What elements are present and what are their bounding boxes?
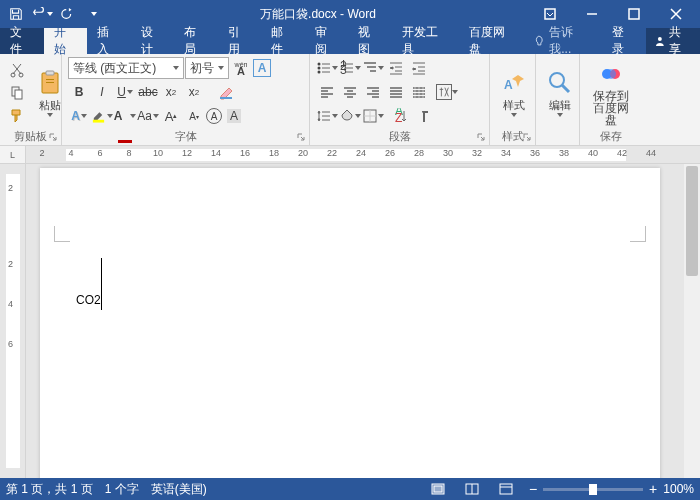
enclose-char-icon[interactable]: A — [206, 108, 222, 124]
ruler-corner[interactable]: L — [0, 146, 26, 163]
borders-icon[interactable] — [362, 105, 384, 127]
paragraph-launcher-icon[interactable] — [475, 131, 487, 143]
tab-review[interactable]: 审阅 — [305, 28, 349, 54]
status-language[interactable]: 英语(美国) — [151, 481, 207, 498]
superscript-icon[interactable]: x2 — [183, 81, 205, 103]
tab-file[interactable]: 文件 — [0, 28, 44, 54]
tab-references[interactable]: 引用 — [218, 28, 262, 54]
tab-design[interactable]: 设计 — [131, 28, 175, 54]
view-web-layout-icon[interactable] — [495, 480, 517, 498]
zoom-slider-handle[interactable] — [589, 484, 597, 495]
ruler-tick: 2 — [39, 148, 44, 158]
phonetic-guide-icon[interactable]: wénA — [230, 57, 252, 79]
tab-baidu[interactable]: 百度网盘 — [459, 28, 526, 54]
copy-icon[interactable] — [6, 82, 28, 104]
document-page[interactable]: CO2 — [40, 168, 660, 500]
change-case-icon[interactable]: Aa — [137, 105, 159, 127]
font-size-combo[interactable]: 初号 — [185, 57, 229, 79]
tab-home[interactable]: 开始 — [44, 28, 88, 54]
cut-icon[interactable] — [6, 59, 28, 81]
ruler-tick: 38 — [559, 148, 569, 158]
group-save-label: 保存 — [586, 129, 636, 143]
italic-icon[interactable]: I — [91, 81, 113, 103]
decrease-indent-icon[interactable] — [385, 57, 407, 79]
subscript-icon[interactable]: x2 — [160, 81, 182, 103]
asian-layout-icon[interactable] — [436, 81, 458, 103]
ruler-tick: 4 — [68, 148, 73, 158]
bullets-icon[interactable] — [316, 57, 338, 79]
scrollbar-vertical[interactable] — [684, 164, 700, 478]
shading-icon[interactable] — [339, 105, 361, 127]
tab-developer[interactable]: 开发工具 — [392, 28, 459, 54]
tell-me[interactable]: 告诉我... — [526, 28, 603, 54]
increase-indent-icon[interactable] — [408, 57, 430, 79]
line-spacing-icon[interactable] — [316, 105, 338, 127]
svg-rect-1 — [629, 9, 639, 19]
ruler-vertical[interactable]: 2 2 4 6 — [0, 164, 26, 478]
status-page[interactable]: 第 1 页，共 1 页 — [6, 481, 93, 498]
svg-rect-11 — [93, 120, 104, 123]
svg-rect-9 — [46, 79, 54, 80]
sort-icon[interactable]: AZ — [390, 105, 412, 127]
tab-insert[interactable]: 插入 — [87, 28, 131, 54]
zoom-level[interactable]: 100% — [663, 482, 694, 496]
editing-button[interactable]: 编辑 — [542, 57, 578, 129]
qat-customize-icon[interactable] — [82, 2, 106, 26]
share-button[interactable]: 共享 — [646, 28, 700, 54]
ruler-tick: 18 — [269, 148, 279, 158]
zoom-slider[interactable] — [543, 488, 643, 491]
font-color-icon[interactable]: A — [114, 105, 136, 127]
align-left-icon[interactable] — [316, 81, 338, 103]
group-paragraph-label: 段落 — [316, 129, 483, 143]
format-painter-icon[interactable] — [6, 105, 28, 127]
view-print-layout-icon[interactable] — [427, 480, 449, 498]
highlight-icon[interactable] — [91, 105, 113, 127]
strikethrough-icon[interactable]: abc — [137, 81, 159, 103]
svg-point-2 — [658, 37, 662, 41]
align-distribute-icon[interactable] — [408, 81, 430, 103]
char-shading-icon[interactable]: A — [223, 105, 245, 127]
align-right-icon[interactable] — [362, 81, 384, 103]
clear-format-icon[interactable] — [215, 81, 237, 103]
ruler-tick: 6 — [97, 148, 102, 158]
font-family-combo[interactable]: 等线 (西文正文) — [68, 57, 184, 79]
view-read-mode-icon[interactable] — [461, 480, 483, 498]
ruler-tick: 42 — [617, 148, 627, 158]
svg-rect-8 — [46, 71, 54, 75]
login-button[interactable]: 登录 — [602, 28, 646, 54]
clipboard-launcher-icon[interactable] — [47, 131, 59, 143]
svg-point-13 — [318, 67, 321, 70]
font-launcher-icon[interactable] — [295, 131, 307, 143]
shrink-font-icon[interactable]: A▾ — [183, 105, 205, 127]
align-justify-icon[interactable] — [385, 81, 407, 103]
qat-save-icon[interactable] — [4, 2, 28, 26]
numbering-icon[interactable]: 123 — [339, 57, 361, 79]
zoom-out-button[interactable]: − — [529, 481, 537, 497]
qat-undo-icon[interactable] — [30, 2, 54, 26]
document-text[interactable]: CO2 — [76, 258, 102, 315]
styles-button[interactable]: A 样式 — [496, 57, 532, 129]
tab-view[interactable]: 视图 — [348, 28, 392, 54]
grow-font-icon[interactable]: A▴ — [160, 105, 182, 127]
show-marks-icon[interactable] — [413, 105, 435, 127]
save-baidu-button[interactable]: 保存到百度网盘 — [586, 57, 636, 129]
char-border-icon[interactable]: A — [253, 59, 271, 77]
styles-launcher-icon[interactable] — [521, 131, 533, 143]
ruler-horizontal[interactable]: L 24681012141618202224262830323436384042… — [0, 146, 700, 164]
scrollbar-thumb[interactable] — [686, 166, 698, 276]
status-words[interactable]: 1 个字 — [105, 481, 139, 498]
ruler-tick: 32 — [472, 148, 482, 158]
tab-layout[interactable]: 布局 — [174, 28, 218, 54]
svg-point-22 — [550, 73, 564, 87]
align-center-icon[interactable] — [339, 81, 361, 103]
tab-mailings[interactable]: 邮件 — [261, 28, 305, 54]
svg-rect-27 — [434, 486, 442, 492]
group-font-label: 字体 — [68, 129, 303, 143]
bold-icon[interactable]: B — [68, 81, 90, 103]
text-effects-icon[interactable]: A — [68, 105, 90, 127]
multilevel-list-icon[interactable] — [362, 57, 384, 79]
zoom-in-button[interactable]: + — [649, 481, 657, 497]
underline-icon[interactable]: U — [114, 81, 136, 103]
qat-redo-icon[interactable] — [56, 2, 80, 26]
ruler-tick: 24 — [356, 148, 366, 158]
